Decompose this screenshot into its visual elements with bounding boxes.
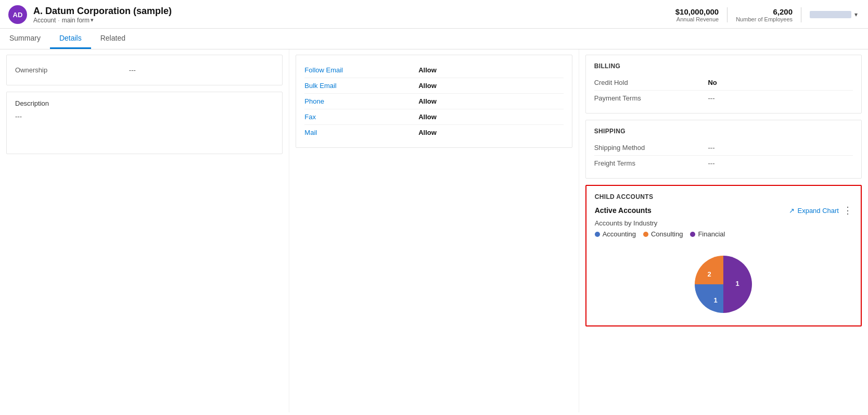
- contact-preferences-card: Follow EmailAllowBulk EmailAllowPhoneAll…: [296, 55, 572, 148]
- legend-label: Financial: [698, 230, 725, 238]
- page-title: A. Datum Corporation (sample): [33, 6, 172, 17]
- legend-label: Accounting: [603, 230, 636, 238]
- title-block: A. Datum Corporation (sample) Account · …: [33, 6, 172, 24]
- field-value: Allow: [418, 82, 437, 90]
- description-card: Description ---: [6, 92, 283, 154]
- owner-dropdown-arrow[interactable]: ▾: [854, 11, 858, 18]
- column-1: Ownership --- Description ---: [0, 49, 289, 412]
- tab-details[interactable]: Details: [50, 29, 91, 49]
- employees-value: 6,200: [736, 7, 793, 16]
- pie-chart-container: 2 1 1: [595, 245, 852, 318]
- header-left: AD A. Datum Corporation (sample) Account…: [8, 5, 172, 24]
- field-row: Follow EmailAllow: [304, 62, 563, 78]
- annual-revenue-label: Annual Revenue: [675, 16, 719, 22]
- field-label: Credit Hold: [594, 79, 708, 86]
- field-label: Follow Email: [304, 66, 418, 74]
- contact-preferences-fields: Follow EmailAllowBulk EmailAllowPhoneAll…: [304, 62, 563, 140]
- more-options-button[interactable]: ⋮: [843, 206, 852, 215]
- description-title: Description: [15, 99, 274, 107]
- field-row: Payment Terms---: [594, 91, 853, 106]
- billing-title: BILLING: [594, 62, 853, 70]
- tab-related[interactable]: Related: [91, 29, 135, 49]
- child-accounts-header: Active Accounts ↗ Expand Chart ⋮: [595, 206, 852, 215]
- shipping-title: SHIPPING: [594, 128, 853, 135]
- owner-value-bar: [810, 11, 851, 18]
- field-value: ---: [708, 144, 714, 152]
- field-value: No: [708, 79, 717, 86]
- field-label: Payment Terms: [594, 94, 708, 102]
- field-row: FaxAllow: [304, 109, 563, 125]
- child-accounts-actions: ↗ Expand Chart ⋮: [789, 206, 852, 215]
- main-content: Ownership --- Description --- Follow Ema…: [0, 49, 868, 412]
- legend-dot: [643, 232, 648, 237]
- annual-revenue-stat: $10,000,000 Annual Revenue: [667, 7, 727, 22]
- legend-dot: [690, 232, 695, 237]
- field-value: Allow: [418, 113, 437, 121]
- record-type: Account: [33, 17, 56, 24]
- column-2: Follow EmailAllowBulk EmailAllowPhoneAll…: [289, 49, 579, 412]
- field-value: Allow: [418, 66, 437, 74]
- separator: ·: [58, 17, 59, 24]
- field-label: Fax: [304, 113, 418, 121]
- avatar: AD: [8, 5, 27, 24]
- legend-item: Financial: [690, 230, 725, 238]
- nav-tabs: Summary Details Related: [0, 29, 868, 49]
- pie-slice-accounting: [695, 284, 723, 313]
- owner-section: ▾: [801, 11, 858, 18]
- child-accounts-card: CHILD ACCOUNTS Active Accounts ↗ Expand …: [585, 185, 862, 326]
- pie-label-financial: 2: [708, 270, 711, 278]
- ownership-card: Ownership ---: [6, 55, 283, 85]
- legend-item: Consulting: [643, 230, 683, 238]
- field-row: Bulk EmailAllow: [304, 78, 563, 94]
- ownership-label: Ownership: [15, 66, 129, 74]
- field-row: Shipping Method---: [594, 140, 853, 156]
- tab-summary[interactable]: Summary: [0, 29, 50, 49]
- billing-fields: Credit HoldNoPayment Terms---: [594, 75, 853, 106]
- pie-chart: 2 1 1: [690, 250, 757, 318]
- legend-label: Consulting: [651, 230, 683, 238]
- field-row: MailAllow: [304, 125, 563, 140]
- description-value: ---: [15, 112, 274, 120]
- field-value: Allow: [418, 129, 437, 136]
- page-header: AD A. Datum Corporation (sample) Account…: [0, 0, 868, 29]
- field-row: PhoneAllow: [304, 94, 563, 109]
- header-right: $10,000,000 Annual Revenue 6,200 Number …: [667, 7, 858, 22]
- expand-chart-button[interactable]: ↗ Expand Chart: [789, 207, 839, 215]
- ownership-value: ---: [129, 66, 136, 74]
- legend-dot: [595, 232, 600, 237]
- pie-label-consulting: 1: [736, 280, 739, 287]
- pie-label-accounting: 1: [714, 296, 718, 304]
- column-3: BILLING Credit HoldNoPayment Terms--- SH…: [579, 49, 868, 412]
- child-accounts-title: CHILD ACCOUNTS: [595, 193, 852, 200]
- legend-item: Accounting: [595, 230, 636, 238]
- field-row: Credit HoldNo: [594, 75, 853, 91]
- field-value: ---: [708, 159, 714, 167]
- ownership-row: Ownership ---: [15, 62, 274, 78]
- chart-legend: AccountingConsultingFinancial: [595, 230, 852, 238]
- page-subtitle: Account · main form ▾: [33, 17, 172, 24]
- expand-chart-label: Expand Chart: [797, 207, 839, 215]
- field-label: Mail: [304, 129, 418, 136]
- field-label: Phone: [304, 97, 418, 105]
- employees-stat: 6,200 Number of Employees: [727, 7, 801, 22]
- active-accounts-label: Active Accounts: [595, 206, 652, 215]
- field-value: Allow: [418, 97, 437, 105]
- expand-icon: ↗: [789, 207, 795, 215]
- field-label: Bulk Email: [304, 82, 418, 90]
- field-row: Freight Terms---: [594, 156, 853, 171]
- employees-label: Number of Employees: [736, 16, 793, 22]
- field-label: Shipping Method: [594, 144, 708, 152]
- annual-revenue-value: $10,000,000: [675, 7, 719, 16]
- shipping-fields: Shipping Method---Freight Terms---: [594, 140, 853, 171]
- billing-card: BILLING Credit HoldNoPayment Terms---: [585, 55, 862, 114]
- shipping-card: SHIPPING Shipping Method---Freight Terms…: [585, 120, 862, 179]
- chevron-down-icon: ▾: [91, 17, 94, 23]
- form-name[interactable]: main form ▾: [62, 17, 94, 24]
- field-value: ---: [708, 94, 714, 102]
- field-label: Freight Terms: [594, 159, 708, 167]
- chart-subtitle: Accounts by Industry: [595, 219, 852, 227]
